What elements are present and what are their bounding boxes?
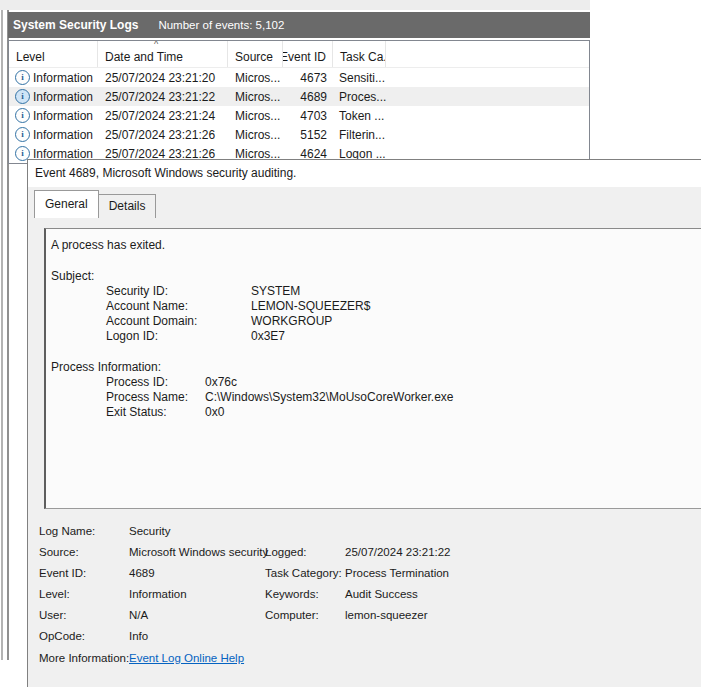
tab-general[interactable]: General bbox=[34, 190, 99, 218]
information-level-icon: i bbox=[15, 70, 30, 85]
log-header-bar: System Security Logs Number of events: 5… bbox=[8, 12, 590, 38]
footer-row-log-name: Log Name: Security bbox=[28, 525, 701, 546]
source-value: Microsoft Windows security bbox=[129, 546, 268, 558]
column-header-level[interactable]: Level bbox=[9, 41, 98, 67]
events-count-label: Number of events: 5,102 bbox=[158, 19, 284, 31]
event-summary-footer: Log Name: Security Source: Microsoft Win… bbox=[28, 160, 701, 687]
table-row-selected[interactable]: i Information 25/07/2024 23:21:22 Micros… bbox=[9, 87, 589, 106]
row-event-id: 4673 bbox=[283, 71, 333, 85]
row-event-id: 4689 bbox=[283, 90, 333, 104]
column-header-source[interactable]: Source bbox=[228, 41, 283, 67]
event-detail-pane: Event 4689, Microsoft Windows security a… bbox=[27, 159, 701, 687]
row-datetime: 25/07/2024 23:21:26 bbox=[98, 128, 228, 142]
table-row[interactable]: i Information 25/07/2024 23:21:24 Micros… bbox=[9, 106, 589, 125]
footer-row-source: Source: Microsoft Windows security Logge… bbox=[28, 546, 701, 567]
row-level: Information bbox=[33, 71, 93, 85]
column-header-date-label: Date and Time bbox=[105, 50, 183, 64]
computer-value: lemon-squeezer bbox=[345, 609, 427, 621]
row-task-category: Token ... bbox=[333, 109, 386, 123]
logged-value: 25/07/2024 23:21:22 bbox=[345, 546, 451, 558]
row-source: Micros... bbox=[228, 71, 283, 85]
row-event-id: 4703 bbox=[283, 109, 333, 123]
log-name-value: Security bbox=[129, 525, 171, 537]
row-task-category: Proces... bbox=[333, 90, 386, 104]
row-level: Information bbox=[33, 90, 93, 104]
information-level-icon: i bbox=[15, 127, 30, 142]
keywords-value: Audit Success bbox=[345, 588, 418, 600]
log-title: System Security Logs bbox=[8, 18, 138, 32]
row-datetime: 25/07/2024 23:21:22 bbox=[98, 90, 228, 104]
footer-row-level: Level: Information Keywords: Audit Succe… bbox=[28, 588, 701, 609]
row-level: Information bbox=[33, 128, 93, 142]
footer-row-event-id: Event ID: 4689 Task Category: Process Te… bbox=[28, 567, 701, 588]
sort-ascending-icon: ^ bbox=[154, 41, 158, 49]
row-datetime: 25/07/2024 23:21:24 bbox=[98, 109, 228, 123]
information-level-icon: i bbox=[15, 89, 30, 104]
level-value: Information bbox=[129, 588, 187, 600]
event-id-value: 4689 bbox=[129, 567, 155, 579]
column-header-event-id[interactable]: Event ID bbox=[283, 41, 333, 67]
table-header-row: Level ^ Date and Time Source Event ID Ta… bbox=[9, 41, 589, 68]
task-category-value: Process Termination bbox=[345, 567, 449, 579]
footer-row-user: User: N/A Computer: lemon-squeezer bbox=[28, 609, 701, 630]
table-row[interactable]: i Information 25/07/2024 23:21:20 Micros… bbox=[9, 68, 589, 87]
row-level: Information bbox=[33, 109, 93, 123]
user-value: N/A bbox=[129, 609, 148, 621]
column-header-date-and-time[interactable]: ^ Date and Time bbox=[98, 41, 228, 67]
row-datetime: 25/07/2024 23:21:20 bbox=[98, 71, 228, 85]
row-source: Micros... bbox=[228, 109, 283, 123]
event-list-table: Level ^ Date and Time Source Event ID Ta… bbox=[8, 40, 590, 164]
row-source: Micros... bbox=[228, 90, 283, 104]
opcode-value: Info bbox=[129, 630, 148, 642]
row-task-category: Filterin... bbox=[333, 128, 386, 142]
information-level-icon: i bbox=[15, 108, 30, 123]
window-left-border bbox=[1, 10, 3, 660]
top-window-strip bbox=[0, 0, 590, 10]
column-header-task-category[interactable]: Task Ca... bbox=[333, 41, 386, 67]
row-task-category: Sensiti... bbox=[333, 71, 386, 85]
row-source: Micros... bbox=[228, 128, 283, 142]
event-log-online-help-link[interactable]: Event Log Online Help bbox=[129, 652, 244, 664]
footer-row-opcode: OpCode: Info bbox=[28, 630, 701, 651]
row-event-id: 5152 bbox=[283, 128, 333, 142]
footer-row-more-information: More Information: Event Log Online Help bbox=[28, 652, 701, 673]
column-header-filler bbox=[386, 41, 589, 67]
table-row[interactable]: i Information 25/07/2024 23:21:26 Micros… bbox=[9, 125, 589, 144]
